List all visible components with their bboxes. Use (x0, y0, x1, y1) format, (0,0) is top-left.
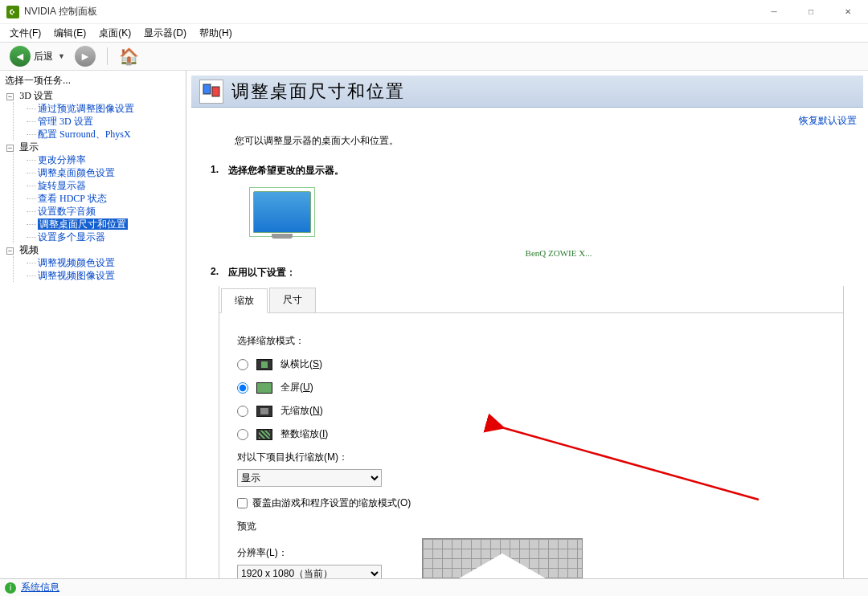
tab-scale[interactable]: 缩放 (221, 288, 268, 313)
radio-no-scaling[interactable] (237, 406, 248, 417)
window-title: NVIDIA 控制面板 (24, 5, 97, 18)
nvidia-icon (6, 6, 19, 18)
menu-file[interactable]: 文件(F) (3, 25, 47, 42)
forward-button[interactable]: ► (72, 44, 99, 68)
toolbar-separator (107, 47, 108, 65)
task-tree: − 3D 设置 通过预览调整图像设置 管理 3D 设置 配置 Surround、… (3, 89, 184, 282)
radio-fullscreen-label: 全屏(U) (280, 381, 313, 394)
page-title: 调整桌面尺寸和位置 (231, 80, 405, 104)
minimize-button[interactable]: ─ (755, 0, 792, 24)
preview-header: 预览 (237, 520, 825, 533)
status-bar: i 系统信息 (0, 578, 868, 596)
aspect-ratio-icon (256, 359, 272, 370)
monitor-label: BenQ ZOWIE X... (249, 248, 868, 258)
back-dropdown-icon[interactable]: ▼ (58, 52, 65, 60)
tree-toggle-3d[interactable]: − (6, 93, 14, 100)
tree-item-adjust-color[interactable]: 调整桌面颜色设置 (38, 167, 115, 178)
menu-help[interactable]: 帮助(H) (193, 25, 239, 42)
fullscreen-icon (256, 382, 272, 394)
home-icon: 🏠 (119, 46, 140, 67)
tree-item-hdcp-status[interactable]: 查看 HDCP 状态 (38, 193, 107, 204)
title-bar: NVIDIA 控制面板 ─ □ ✕ (0, 0, 868, 24)
toolbar: ◄ 后退 ▼ ► 🏠 (0, 42, 868, 71)
resolution-select[interactable]: 1920 x 1080（当前） (237, 565, 382, 578)
system-info-link[interactable]: 系统信息 (21, 581, 59, 594)
page-description: 您可以调整显示器的桌面大小和位置。 (186, 131, 868, 164)
sidebar-header: 选择一项任务... (3, 72, 184, 89)
step1-number: 1. (211, 164, 228, 178)
override-scaling-checkbox[interactable] (237, 498, 248, 508)
svg-rect-1 (212, 87, 219, 96)
tree-toggle-display[interactable]: − (6, 145, 14, 152)
tab-content-scale: 选择缩放模式： 纵横比(S) 全屏(U) 无缩放(N) (219, 313, 843, 578)
tree-item-video-image[interactable]: 调整视频图像设置 (38, 270, 115, 281)
radio-integer-scaling[interactable] (237, 429, 248, 440)
override-scaling-label: 覆盖由游戏和程序设置的缩放模式(O) (252, 496, 411, 510)
menu-display[interactable]: 显示器(D) (137, 25, 193, 42)
back-button[interactable]: ◄ 后退 ▼ (6, 44, 68, 68)
forward-icon: ► (75, 46, 96, 67)
tree-item-change-resolution[interactable]: 更改分辨率 (38, 154, 86, 165)
tree-item-rotate-display[interactable]: 旋转显示器 (38, 180, 86, 191)
monitor-thumbnail[interactable] (249, 187, 315, 237)
step2-number: 2. (211, 266, 228, 280)
radio-fullscreen[interactable] (237, 382, 248, 394)
step1-title: 选择您希望更改的显示器。 (228, 164, 344, 178)
page-header-icon (199, 80, 223, 104)
close-button[interactable]: ✕ (829, 0, 866, 24)
system-info-icon: i (5, 582, 16, 594)
tree-item-video-color[interactable]: 调整视频颜色设置 (38, 257, 115, 268)
radio-aspect-label: 纵横比(S) (280, 357, 322, 371)
radio-no-scaling-label: 无缩放(N) (280, 404, 323, 418)
tree-group-video[interactable]: 视频 (19, 244, 39, 255)
page-header: 调整桌面尺寸和位置 (191, 76, 863, 108)
tab-size[interactable]: 尺寸 (269, 288, 316, 312)
settings-tabstrip: 缩放 尺寸 (219, 286, 843, 313)
integer-scaling-icon (256, 429, 272, 440)
step2-title: 应用以下设置： (228, 266, 296, 280)
menu-bar: 文件(F) 编辑(E) 桌面(K) 显示器(D) 帮助(H) (0, 24, 868, 42)
radio-aspect-ratio[interactable] (237, 359, 248, 370)
radio-integer-label: 整数缩放(I) (280, 427, 328, 441)
restore-defaults-link[interactable]: 恢复默认设置 (799, 115, 857, 126)
menu-edit[interactable]: 编辑(E) (47, 25, 92, 42)
perform-scaling-label: 对以下项目执行缩放(M)： (237, 451, 825, 464)
scaling-mode-label: 选择缩放模式： (237, 334, 825, 348)
svg-rect-0 (203, 84, 211, 94)
tree-item-adjust-size-position[interactable]: 调整桌面尺寸和位置 (38, 218, 128, 230)
home-button[interactable]: 🏠 (116, 44, 143, 68)
monitor-icon (253, 191, 311, 233)
task-sidebar: 选择一项任务... − 3D 设置 通过预览调整图像设置 管理 3D 设置 配置… (0, 71, 186, 578)
tree-item-multi-display[interactable]: 设置多个显示器 (38, 231, 105, 243)
maximize-button[interactable]: □ (792, 0, 829, 24)
back-icon: ◄ (10, 46, 31, 67)
tree-item-surround-physx[interactable]: 配置 Surround、PhysX (38, 129, 131, 140)
tree-item-digital-audio[interactable]: 设置数字音频 (38, 206, 96, 217)
tree-toggle-video[interactable]: − (6, 247, 14, 255)
menu-desktop[interactable]: 桌面(K) (92, 25, 137, 42)
window-controls: ─ □ ✕ (755, 0, 866, 24)
resolution-label: 分辨率(L)： (237, 546, 398, 560)
tree-item-preview-adjust[interactable]: 通过预览调整图像设置 (38, 103, 134, 114)
preview-image (422, 538, 583, 578)
tree-group-display[interactable]: 显示 (19, 141, 39, 153)
no-scaling-icon (256, 406, 272, 417)
tree-group-3d[interactable]: 3D 设置 (19, 90, 53, 101)
perform-scaling-select[interactable]: 显示 (237, 469, 382, 487)
content-pane: 调整桌面尺寸和位置 恢复默认设置 您可以调整显示器的桌面大小和位置。 1. 选择… (186, 71, 868, 578)
tree-item-manage-3d[interactable]: 管理 3D 设置 (38, 116, 93, 127)
